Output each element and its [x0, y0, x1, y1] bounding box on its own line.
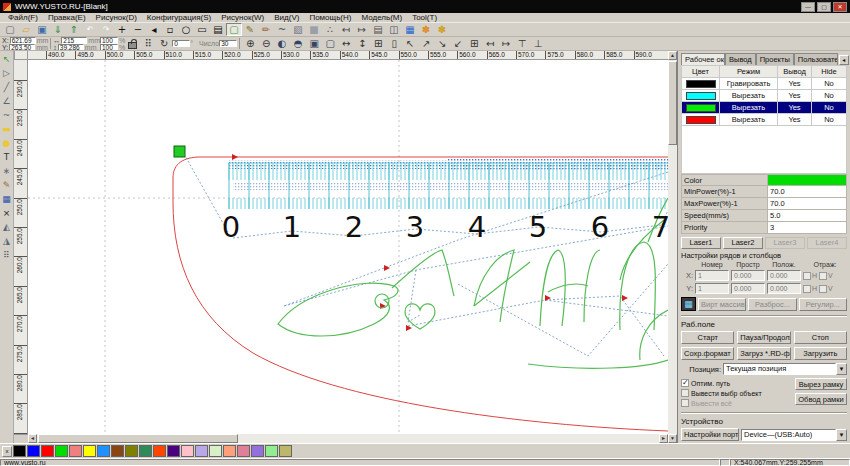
- rotate-field[interactable]: 0: [172, 40, 190, 47]
- line-tool-icon[interactable]: ╱: [0, 80, 13, 94]
- h-scroll-thumb[interactable]: [38, 434, 238, 443]
- palette-swatch[interactable]: [27, 445, 40, 457]
- curve-tool-icon[interactable]: ~: [0, 108, 13, 122]
- menu-item[interactable]: Рисунок(W): [216, 13, 269, 22]
- load-rd-button[interactable]: Загруз *.RD-файл: [737, 347, 790, 360]
- scroll-right-icon[interactable]: ►: [659, 434, 668, 443]
- ruler-number[interactable]: 6: [585, 210, 615, 244]
- ungroup-icon[interactable]: ▢: [322, 37, 338, 50]
- laser-tab[interactable]: Laser3: [765, 237, 805, 249]
- align-top-right-icon[interactable]: ↗: [418, 37, 434, 50]
- stop-button[interactable]: Стоп: [794, 331, 847, 344]
- rc-y-v-checkbox[interactable]: [819, 285, 827, 293]
- v-scroll-thumb[interactable]: [668, 61, 677, 145]
- layer-row[interactable]: Гравировать Yes No: [682, 78, 847, 90]
- palette-close-icon[interactable]: x: [2, 446, 12, 457]
- weld-icon[interactable]: ⊕: [242, 37, 258, 50]
- palette-swatch[interactable]: [195, 445, 208, 457]
- new-file-icon[interactable]: ▢: [2, 23, 18, 36]
- chevron-down-icon[interactable]: ▼: [836, 429, 847, 441]
- export-icon[interactable]: ⇑: [66, 23, 82, 36]
- array-copy-icon[interactable]: ⠿: [0, 248, 13, 262]
- mirror-h-icon[interactable]: ◮: [0, 234, 13, 248]
- star-tool-icon[interactable]: ∗: [0, 164, 13, 178]
- maximize-button[interactable]: ▢: [817, 2, 831, 12]
- palette-swatch[interactable]: [181, 445, 194, 457]
- save-icon[interactable]: ▣: [34, 23, 50, 36]
- layer-row[interactable]: Вырезать Yes No: [682, 102, 847, 114]
- ruler-number[interactable]: 0: [216, 210, 246, 244]
- palette-swatch[interactable]: [97, 445, 110, 457]
- fit-width-icon[interactable]: ↤: [338, 23, 354, 36]
- layout-icon[interactable]: ◫: [386, 23, 402, 36]
- adjust-button[interactable]: Регулир...: [799, 298, 847, 311]
- rect-tool-icon[interactable]: ▬: [0, 122, 13, 136]
- port-settings-button[interactable]: Настройки порта: [681, 428, 739, 441]
- draw-pen-icon[interactable]: ✏: [258, 23, 274, 36]
- property-value[interactable]: 3: [768, 222, 846, 233]
- undo-icon[interactable]: ↶: [82, 23, 98, 36]
- menu-item[interactable]: Tool(T): [407, 13, 442, 22]
- palette-swatch[interactable]: [55, 445, 68, 457]
- subtract-icon[interactable]: ⊖: [258, 37, 274, 50]
- rc-y-h-checkbox[interactable]: [803, 285, 811, 293]
- bitmap-icon[interactable]: ▧: [290, 23, 306, 36]
- anchor-grid-icon[interactable]: ⠿: [140, 37, 156, 50]
- menu-item[interactable]: Помощь(H): [304, 13, 356, 22]
- palette-swatch[interactable]: [223, 445, 236, 457]
- chevron-down-icon[interactable]: ▼: [836, 363, 847, 375]
- ruler-number[interactable]: 5: [523, 210, 553, 244]
- tool-a-icon[interactable]: ✽: [418, 23, 434, 36]
- outline-icon[interactable]: ▯: [386, 37, 402, 50]
- rc-x-h-checkbox[interactable]: [803, 272, 811, 280]
- zoom-window-icon[interactable]: ▫: [162, 23, 178, 36]
- group-icon[interactable]: ▣: [306, 37, 322, 50]
- cut-frame-button[interactable]: Вырез рамку: [795, 378, 847, 390]
- polyline-tool-icon[interactable]: ∠: [0, 94, 13, 108]
- print-icon[interactable]: ▤: [370, 23, 386, 36]
- property-value[interactable]: [768, 175, 846, 185]
- laser-tab[interactable]: Laser4: [807, 237, 847, 249]
- array-preview-icon[interactable]: ▦: [681, 297, 696, 311]
- optimize-path-checkbox[interactable]: [681, 379, 689, 387]
- position-select[interactable]: Текущая позиция ▼: [723, 363, 847, 375]
- download-button[interactable]: Загрузить: [794, 347, 847, 360]
- fill-square-icon[interactable]: ■: [306, 23, 322, 36]
- menu-item[interactable]: Вид(V): [269, 13, 304, 22]
- scroll-down-icon[interactable]: ▼: [668, 434, 677, 443]
- panel-tab[interactable]: Пользовател: [794, 53, 838, 65]
- tool-b-icon[interactable]: ✽: [434, 23, 450, 36]
- rc-x-v-checkbox[interactable]: [819, 272, 827, 280]
- ellipse-tool-icon[interactable]: ●: [0, 136, 13, 150]
- laser-tab[interactable]: Laser2: [723, 237, 763, 249]
- save-rd-button[interactable]: Сохр.формат RD: [681, 347, 734, 360]
- palette-swatch[interactable]: [139, 445, 152, 457]
- rc-x-num-field[interactable]: 1: [695, 270, 729, 281]
- node-edit-icon[interactable]: ✎: [242, 23, 258, 36]
- rc-x-pos-field[interactable]: 0.000: [767, 270, 801, 281]
- palette-swatch[interactable]: [125, 445, 138, 457]
- rc-y-pos-field[interactable]: 0.000: [767, 283, 801, 294]
- text-tool-icon[interactable]: T: [0, 150, 13, 164]
- zoom-page-icon[interactable]: ▭: [194, 23, 210, 36]
- select-rect-icon[interactable]: ▢: [226, 23, 242, 36]
- scale-y-field[interactable]: 100: [100, 44, 118, 51]
- menu-item[interactable]: Конфигурация(S): [142, 13, 216, 22]
- node-tool-icon[interactable]: ▷: [0, 66, 13, 80]
- ruler-number[interactable]: 7: [646, 210, 668, 244]
- minimize-button[interactable]: —: [801, 2, 815, 12]
- device-select[interactable]: Device—(USB:Auto) ▼: [741, 429, 847, 441]
- align-grid-icon[interactable]: ⊞: [466, 37, 482, 50]
- palette-swatch[interactable]: [209, 445, 222, 457]
- delete-icon[interactable]: ×: [0, 206, 13, 220]
- zoom-screen-icon[interactable]: ▤: [210, 23, 226, 36]
- align-top-icon[interactable]: ⊤: [514, 37, 530, 50]
- rotate-icon[interactable]: ↻: [156, 37, 172, 50]
- tab-scroll-left-icon[interactable]: ◄: [839, 55, 849, 65]
- same-size-icon[interactable]: ⊞: [370, 37, 386, 50]
- align-top-left-icon[interactable]: ↖: [402, 37, 418, 50]
- node-tree-icon[interactable]: ∴: [322, 23, 338, 36]
- monitor-icon[interactable]: ▦: [402, 23, 418, 36]
- ruler-number[interactable]: 3: [400, 210, 430, 244]
- property-value[interactable]: 70.0: [768, 198, 846, 209]
